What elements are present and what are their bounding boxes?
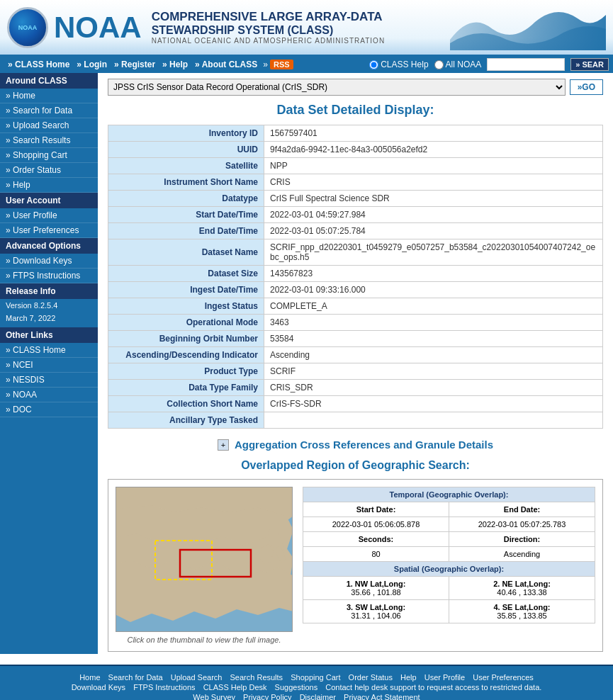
radio-all-noaa[interactable]: All NOAA	[434, 60, 482, 69]
nav-register[interactable]: » Register	[111, 58, 159, 71]
detail-label-cell: Ancillary Type Tasked	[108, 412, 264, 429]
sidebar-section-around-class: Around CLASS	[0, 73, 98, 89]
main-layout: Around CLASS » Home » Search for Data » …	[0, 73, 613, 657]
sidebar-section-other-links: Other Links	[0, 327, 98, 343]
sidebar-item-ftps-instructions[interactable]: » FTPS Instructions	[0, 269, 98, 283]
direction-value: Ascending	[449, 547, 595, 562]
footer-home[interactable]: Home	[79, 673, 100, 682]
nw-label-val: 1. NW Lat,Long:35.66 , 101.88	[303, 577, 449, 600]
detail-value-cell: 53584	[264, 331, 603, 347]
sidebar-item-search-results[interactable]: » Search Results	[0, 133, 98, 148]
overlap-title: Overlapped Region of Geographic Search:	[108, 459, 603, 472]
nav-class-home[interactable]: » CLASS Home	[4, 58, 73, 71]
detail-value-cell	[264, 412, 603, 429]
detail-value-cell: CrIS Full Spectral Science SDR	[264, 191, 603, 207]
footer-help[interactable]: Help	[400, 673, 417, 682]
detail-label-cell: End Date/Time	[108, 223, 264, 239]
noaa-wordmark: NOAA	[54, 13, 142, 43]
detail-value-cell: 9f4a2da6-9942-11ec-84a3-005056a2efd2	[264, 142, 603, 158]
noaa-logo[interactable]: NOAA NOAA COMPREHENSIVE LARGE ARRAY-DATA…	[7, 7, 385, 48]
dataset-selector: JPSS CrIS Sensor Data Record Operational…	[108, 79, 603, 96]
sidebar-item-download-keys[interactable]: » Download Keys	[0, 254, 98, 269]
ne-label-val: 2. NE Lat,Long:40.46 , 133.38	[449, 577, 595, 600]
sidebar-item-user-profile[interactable]: » User Profile	[0, 208, 98, 223]
nav-help[interactable]: » Help	[159, 58, 191, 71]
detail-value-cell: 2022-03-01 05:07:25.784	[264, 223, 603, 239]
sidebar-item-help[interactable]: » Help	[0, 178, 98, 193]
footer-user-preferences[interactable]: User Preferences	[473, 673, 534, 682]
dataset-select[interactable]: JPSS CrIS Sensor Data Record Operational…	[108, 79, 566, 96]
footer-shopping-cart[interactable]: Shopping Cart	[291, 673, 340, 682]
page-title: Data Set Detailed Display:	[108, 103, 603, 118]
sidebar-item-order-status[interactable]: » Order Status	[0, 163, 98, 178]
map-svg	[116, 487, 293, 632]
map-thumbnail[interactable]	[116, 487, 293, 632]
end-date-value: 2022-03-01 05:07:25.783	[449, 517, 595, 532]
detail-value-cell: Ascending	[264, 347, 603, 363]
detail-label-cell: Ascending/Descending Indicator	[108, 347, 264, 363]
footer-suggestions[interactable]: Suggestions	[275, 683, 318, 691]
sidebar-item-noaa[interactable]: » NOAA	[0, 388, 98, 402]
overlap-info: Temporal (Geographic Overlap): Start Dat…	[303, 487, 595, 623]
nav-bar: » CLASS Home » Login » Register » Help »…	[0, 56, 613, 73]
sidebar-item-shopping-cart[interactable]: » Shopping Cart	[0, 148, 98, 163]
detail-value-cell: 2022-03-01 04:59:27.984	[264, 207, 603, 223]
nav-about[interactable]: » About CLASS	[191, 58, 261, 71]
header: NOAA NOAA COMPREHENSIVE LARGE ARRAY-DATA…	[0, 0, 613, 56]
table-row: Inventory ID1567597401	[108, 125, 603, 142]
start-date-value: 2022-03-01 05:06:05.878	[303, 517, 449, 532]
table-row: Ancillary Type Tasked	[108, 412, 603, 429]
table-row: Beginning Orbit Number53584	[108, 331, 603, 347]
start-date-label: Start Date:	[303, 502, 449, 517]
detail-value-cell: 143567823	[264, 266, 603, 282]
radio-class-help[interactable]: CLASS Help	[369, 60, 428, 69]
content-area: JPSS CrIS Sensor Data Record Operational…	[98, 73, 613, 657]
footer-disclaimer[interactable]: Disclaimer	[300, 693, 336, 700]
header-main-title: COMPREHENSIVE LARGE ARRAY-DATA	[152, 10, 385, 24]
rss-badge[interactable]: RSS	[270, 60, 293, 69]
sidebar-item-nesdis[interactable]: » NESDIS	[0, 373, 98, 388]
detail-label-cell: Collection Short Name	[108, 396, 264, 412]
footer-user-profile[interactable]: User Profile	[424, 673, 465, 682]
header-title-block: COMPREHENSIVE LARGE ARRAY-DATA STEWARDSH…	[152, 10, 385, 45]
temporal-header: Temporal (Geographic Overlap):	[303, 487, 595, 502]
table-row: Data Type FamilyCRIS_SDR	[108, 380, 603, 396]
sidebar-item-search-for-data[interactable]: » Search for Data	[0, 103, 98, 118]
footer-download-keys[interactable]: Download Keys	[72, 683, 125, 691]
sidebar-item-class-home[interactable]: » CLASS Home	[0, 343, 98, 358]
footer-privacy-policy[interactable]: Privacy Policy	[243, 693, 291, 700]
footer-class-help-desk[interactable]: CLASS Help Desk	[203, 683, 267, 691]
sidebar-item-upload-search[interactable]: » Upload Search	[0, 118, 98, 133]
sidebar-item-user-preferences[interactable]: » User Preferences	[0, 223, 98, 238]
nav-search-button[interactable]: » SEAR	[570, 58, 609, 71]
map-box: Click on the thumbnail to view the full …	[116, 487, 293, 644]
footer-row3: Web Survey Privacy Policy Disclaimer Pri…	[6, 693, 607, 700]
table-row: Dataset NameSCRIF_npp_d20220301_t0459279…	[108, 239, 603, 266]
footer-search-results[interactable]: Search Results	[230, 673, 283, 682]
nav-login[interactable]: » Login	[73, 58, 111, 71]
sidebar-item-home[interactable]: » Home	[0, 89, 98, 103]
sidebar-item-ncei[interactable]: » NCEI	[0, 358, 98, 373]
header-sub-title2: NATIONAL OCEANIC AND ATMOSPHERIC ADMINIS…	[152, 37, 385, 45]
footer-search-for-data[interactable]: Search for Data	[108, 673, 163, 682]
detail-label-cell: Beginning Orbit Number	[108, 331, 264, 347]
footer-web-survey[interactable]: Web Survey	[193, 693, 235, 700]
sidebar-item-doc[interactable]: » DOC	[0, 402, 98, 417]
footer-privacy-act[interactable]: Privacy Act Statement	[344, 693, 420, 700]
footer-upload-search[interactable]: Upload Search	[171, 673, 223, 682]
aggregation-section: + Aggregation Cross References and Granu…	[108, 439, 603, 451]
footer-row1: Home Search for Data Upload Search Searc…	[6, 673, 607, 682]
footer-ftps-instructions[interactable]: FTPS Instructions	[133, 683, 195, 691]
detail-value-cell: CrIS-FS-SDR	[264, 396, 603, 412]
go-button[interactable]: »GO	[570, 79, 603, 95]
overlap-container: Click on the thumbnail to view the full …	[108, 479, 603, 652]
detail-value-cell: NPP	[264, 158, 603, 174]
sidebar-section-advanced-options: Advanced Options	[0, 238, 98, 254]
aggregation-toggle-icon[interactable]: +	[218, 439, 229, 451]
table-row: UUID9f4a2da6-9942-11ec-84a3-005056a2efd2	[108, 142, 603, 158]
aggregation-link[interactable]: Aggregation Cross References and Granule…	[235, 439, 493, 451]
nav-search-input[interactable]	[487, 58, 565, 71]
table-row: Ingest Date/Time2022-03-01 09:33:16.000	[108, 282, 603, 298]
footer-order-status[interactable]: Order Status	[349, 673, 393, 682]
footer-contact-text: Contact help desk support to request acc…	[325, 683, 541, 691]
